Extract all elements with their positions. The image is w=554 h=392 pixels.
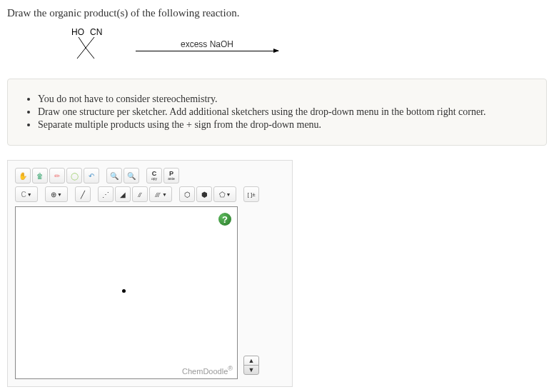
benzene-button[interactable]: ⬢ xyxy=(196,186,212,202)
help-icon[interactable]: ? xyxy=(218,213,231,226)
charge-button[interactable]: ⊕▼ xyxy=(45,186,68,202)
sketcher-stepper: ▲ ▼ xyxy=(243,356,259,375)
instruction-item: Separate multiple products using the + s… xyxy=(38,119,529,131)
svg-line-2 xyxy=(77,48,86,59)
eraser-button[interactable]: ✏ xyxy=(49,168,65,184)
svg-line-1 xyxy=(86,37,94,48)
add-sketcher-button[interactable]: ▲ xyxy=(244,356,258,366)
lasso-button[interactable]: ◯ xyxy=(66,168,82,184)
single-bond-button[interactable]: ╱ xyxy=(75,186,91,202)
reactant-molecule: HO CN xyxy=(64,26,107,64)
sketcher-panel: ✋ 🗑 ✏ ◯ ↶ 🔍 🔍 Copy Paste C▼ ⊕▼ ╱ ⋰ ◢ ⫽ ⫻… xyxy=(7,160,293,387)
instruction-item: You do not have to consider stereochemis… xyxy=(38,94,529,105)
hand-tool-button[interactable]: ✋ xyxy=(15,168,31,184)
remove-sketcher-button[interactable]: ▼ xyxy=(244,366,258,374)
drawing-canvas[interactable]: ? ChemDoodle® xyxy=(15,206,238,379)
label-cn: CN xyxy=(90,27,102,37)
cyclohexane-button[interactable]: ⬡ xyxy=(179,186,195,202)
chemdoodle-brand: ChemDoodle® xyxy=(182,365,233,376)
arrow-line xyxy=(136,51,278,51)
toolbar-row-1: ✋ 🗑 ✏ ◯ ↶ 🔍 🔍 Copy Paste xyxy=(15,168,285,184)
recessed-bond-button[interactable]: ⋰ xyxy=(98,186,114,202)
double-bond-button[interactable]: ⫽ xyxy=(132,186,148,202)
wedge-bond-button[interactable]: ◢ xyxy=(115,186,131,202)
zoom-out-button[interactable]: 🔍 xyxy=(124,168,139,184)
instruction-item: Draw one structure per sketcher. Add add… xyxy=(38,106,529,118)
clear-button[interactable]: 🗑 xyxy=(32,168,48,184)
instructions-panel: You do not have to consider stereochemis… xyxy=(7,79,547,146)
paste-button[interactable]: Paste xyxy=(163,168,179,184)
ring-dropdown-button[interactable]: ⬠▼ xyxy=(213,186,236,202)
zoom-in-button[interactable]: 🔍 xyxy=(106,168,122,184)
copy-button[interactable]: Copy xyxy=(146,168,162,184)
svg-line-0 xyxy=(79,37,86,48)
reagent-label: excess NaOH xyxy=(181,39,233,49)
canvas-atom-placeholder[interactable] xyxy=(122,289,126,293)
reaction-arrow: excess NaOH xyxy=(136,39,278,51)
element-picker-button[interactable]: C▼ xyxy=(15,186,38,202)
toolbar-row-2: C▼ ⊕▼ ╱ ⋰ ◢ ⫽ ⫻▼ ⬡ ⬢ ⬠▼ [ ]± xyxy=(15,186,285,202)
reaction-diagram: HO CN excess NaOH xyxy=(64,26,547,64)
label-ho: HO xyxy=(71,27,84,37)
undo-button[interactable]: ↶ xyxy=(84,168,99,184)
bond-dropdown-button[interactable]: ⫻▼ xyxy=(149,186,172,202)
bracket-button[interactable]: [ ]± xyxy=(243,186,259,202)
question-text: Draw the organic product(s) of the follo… xyxy=(7,7,547,19)
svg-line-3 xyxy=(86,48,94,59)
